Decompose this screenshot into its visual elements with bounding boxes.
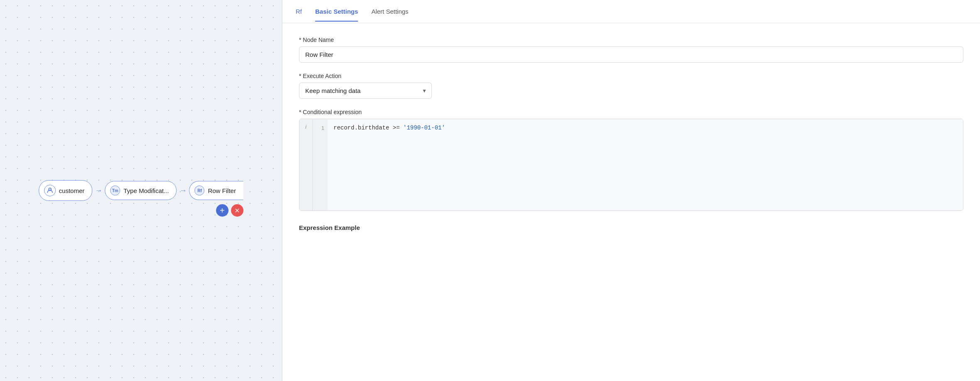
code-text-part2: '1990-01-01' <box>403 125 445 131</box>
code-text-part1: record.birthdate >= <box>333 125 403 131</box>
line-number-1: 1 <box>318 123 328 134</box>
code-editor-inner: i 1 record.birthdate >= '1990-01-01' <box>299 119 963 210</box>
arrow-2: → <box>177 186 189 195</box>
node-type-mod[interactable]: Tm Type Modificat... <box>105 181 176 200</box>
line-numbers: 1 <box>313 119 328 210</box>
arrow-1: → <box>92 186 105 195</box>
type-mod-label: Type Modificat... <box>123 187 169 194</box>
panel-tabs: Rf Basic Settings Alert Settings <box>282 0 980 23</box>
tab-basic-settings[interactable]: Basic Settings <box>315 1 358 22</box>
conditional-expression-label: * Conditional expression <box>299 109 963 115</box>
flow-container: customer → Tm Type Modificat... → Rf Row… <box>39 180 243 201</box>
node-name-input[interactable] <box>299 46 963 63</box>
node-customer[interactable]: customer <box>39 180 93 201</box>
execute-action-label: * Execute Action <box>299 73 963 79</box>
gutter-icon: i <box>302 123 310 131</box>
panel-content: * Node Name * Execute Action Keep matchi… <box>282 23 980 224</box>
canvas-area: customer → Tm Type Modificat... → Rf Row… <box>0 0 282 381</box>
node-name-label: * Node Name <box>299 37 963 43</box>
tab-alert-settings[interactable]: Alert Settings <box>371 1 408 22</box>
node-actions: + × <box>216 204 243 217</box>
row-filter-wrapper: Rf Row Filter + × <box>189 181 244 200</box>
row-filter-badge: Rf <box>195 186 205 195</box>
tab-rf[interactable]: Rf <box>296 8 302 15</box>
remove-node-button[interactable]: × <box>231 204 243 217</box>
node-name-field-group: * Node Name <box>299 37 963 63</box>
code-gutter: i <box>299 119 313 210</box>
expression-example-label: Expression Example <box>282 224 980 241</box>
execute-action-field-group: * Execute Action Keep matching data Remo… <box>299 73 963 99</box>
execute-action-select[interactable]: Keep matching data Remove matching data <box>299 83 432 99</box>
customer-icon <box>44 185 56 196</box>
customer-label: customer <box>59 187 85 194</box>
row-filter-label: Row Filter <box>208 187 236 194</box>
code-content-area[interactable]: record.birthdate >= '1990-01-01' <box>328 119 963 210</box>
node-row-filter[interactable]: Rf Row Filter <box>189 181 244 200</box>
add-node-button[interactable]: + <box>216 204 228 217</box>
code-editor[interactable]: i 1 record.birthdate >= '1990-01-01' <box>299 119 963 211</box>
settings-panel: Rf Basic Settings Alert Settings * Node … <box>282 0 980 381</box>
execute-action-select-wrapper: Keep matching data Remove matching data … <box>299 83 432 99</box>
type-mod-badge: Tm <box>110 186 120 195</box>
conditional-expression-field-group: * Conditional expression i 1 record.birt… <box>299 109 963 211</box>
